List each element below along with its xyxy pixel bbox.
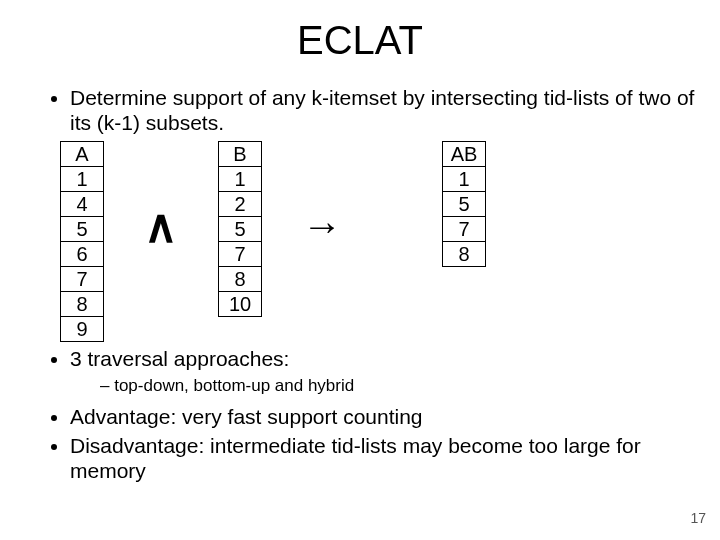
- bullet-1: Determine support of any k-itemset by in…: [70, 85, 700, 135]
- bullet-3: Advantage: very fast support counting: [70, 404, 700, 429]
- tidlist-AB-cell: 1: [443, 167, 486, 192]
- tidlist-AB-cell: 8: [443, 242, 486, 267]
- tidlist-A-cell: 4: [61, 192, 104, 217]
- tidlist-B: B 1 2 5 7 8 10: [218, 141, 262, 317]
- tidlist-B-cell: 7: [219, 242, 262, 267]
- tidlist-A-cell: 7: [61, 267, 104, 292]
- tidlist-AB-header: AB: [443, 142, 486, 167]
- tidlist-B-cell: 1: [219, 167, 262, 192]
- tidlist-B-cell: 8: [219, 267, 262, 292]
- tidlist-AB: AB 1 5 7 8: [442, 141, 486, 267]
- tidlist-A-header: A: [61, 142, 104, 167]
- arrow-operator: →: [302, 206, 342, 246]
- bullet-list-2: 3 traversal approaches: top-down, bottom…: [40, 346, 700, 483]
- tidlist-A-cell: 1: [61, 167, 104, 192]
- tidlist-A-cell: 9: [61, 317, 104, 342]
- sub-bullet-1: top-down, bottom-up and hybrid: [100, 376, 700, 396]
- bullet-2-text: 3 traversal approaches:: [70, 347, 289, 370]
- tidlist-A: A 1 4 5 6 7 8 9: [60, 141, 104, 342]
- intersect-operator: ∧: [144, 203, 178, 249]
- bullet-2: 3 traversal approaches: top-down, bottom…: [70, 346, 700, 396]
- tidlist-B-cell: 2: [219, 192, 262, 217]
- slide-title: ECLAT: [0, 18, 720, 63]
- tidlist-B-header: B: [219, 142, 262, 167]
- tidlist-diagram: A 1 4 5 6 7 8 9 ∧ B 1 2 5 7 8 10 → AB 1 …: [60, 141, 720, 342]
- bullet-list: Determine support of any k-itemset by in…: [40, 85, 700, 135]
- tidlist-AB-cell: 7: [443, 217, 486, 242]
- tidlist-B-cell: 5: [219, 217, 262, 242]
- page-number: 17: [690, 510, 706, 526]
- tidlist-A-cell: 5: [61, 217, 104, 242]
- sub-bullet-list: top-down, bottom-up and hybrid: [70, 376, 700, 396]
- tidlist-A-cell: 8: [61, 292, 104, 317]
- tidlist-B-cell: 10: [219, 292, 262, 317]
- tidlist-AB-cell: 5: [443, 192, 486, 217]
- bullet-4: Disadvantage: intermediate tid-lists may…: [70, 433, 700, 483]
- tidlist-A-cell: 6: [61, 242, 104, 267]
